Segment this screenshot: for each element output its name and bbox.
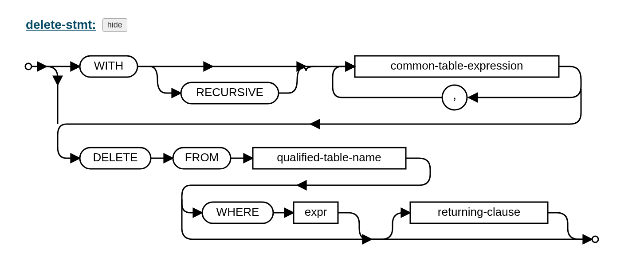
label-expr: expr [305, 205, 327, 218]
start-terminal [25, 63, 31, 70]
hide-button[interactable]: hide [102, 18, 127, 32]
rail [47, 66, 58, 85]
end-terminal [592, 236, 598, 242]
syntax-diagram: WITH RECURSIVE common-table-expression ,… [22, 53, 625, 261]
label-with: WITH [94, 59, 123, 72]
rail [548, 213, 592, 239]
label-returning: returning-clause [438, 205, 520, 218]
label-where: WHERE [216, 205, 259, 218]
label-qtn: qualified-table-name [277, 151, 381, 164]
label-cte: common-table-expression [390, 59, 523, 72]
label-from: FROM [185, 151, 219, 164]
rail [368, 213, 410, 239]
rail [150, 66, 181, 93]
label-comma: , [453, 86, 457, 102]
label-delete: DELETE [93, 151, 137, 164]
rule-title-link[interactable]: delete-stmt: [26, 18, 96, 32]
label-recursive: RECURSIVE [196, 86, 263, 99]
rail [338, 213, 368, 239]
rail [279, 66, 306, 93]
